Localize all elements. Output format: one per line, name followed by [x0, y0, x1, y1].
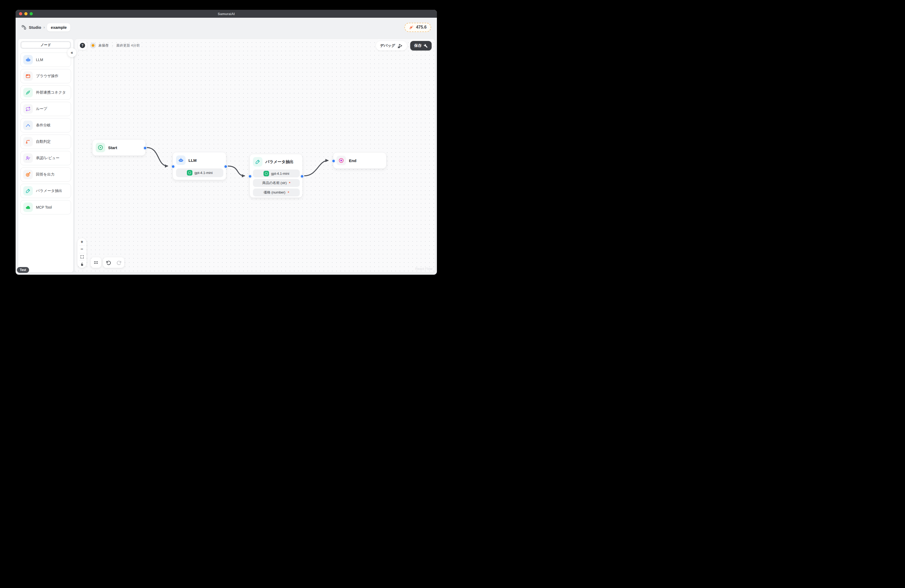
- breadcrumb-separator: ›: [44, 25, 45, 29]
- lock-button[interactable]: [78, 261, 86, 268]
- zoom-out-button[interactable]: −: [78, 246, 86, 253]
- palette-item-label: 承認/レビュー: [36, 156, 59, 161]
- palette-item-param-extract[interactable]: パラメータ抽出: [21, 184, 71, 198]
- titlebar: SamuraiAI: [16, 10, 437, 18]
- palette-item-label: ループ: [36, 106, 47, 111]
- palette-item-label: 条件分岐: [36, 123, 51, 128]
- last-updated: 最終更新 4分前: [116, 43, 140, 48]
- collapse-sidebar-button[interactable]: «: [67, 48, 76, 57]
- debug-button[interactable]: デバッグ: [376, 41, 407, 51]
- openai-icon: [187, 170, 192, 176]
- bug-play-icon: [397, 43, 403, 49]
- palette-item-label: ブラウザ操作: [36, 74, 59, 78]
- node-param-title: パラメータ抽出: [265, 159, 294, 164]
- param-field-pill: 価格 (number)*: [253, 189, 300, 196]
- fit-view-button[interactable]: [78, 253, 86, 260]
- palette-item-auto-judge[interactable]: 自動判定: [21, 135, 71, 149]
- save-statusbar: 未保存 ・ 最終更新 4分前: [90, 43, 140, 48]
- user-check-icon: [23, 153, 33, 163]
- robot-icon: [23, 55, 33, 65]
- node-start-label: Start: [108, 145, 117, 150]
- sparkles-icon: [409, 25, 414, 30]
- grid-snap-button[interactable]: [90, 257, 101, 268]
- robot-icon: [176, 156, 186, 165]
- browser-icon: [23, 72, 33, 81]
- palette-item-loop[interactable]: ループ: [21, 102, 71, 116]
- param-field-label: 価格 (number): [264, 190, 285, 195]
- zoom-in-button[interactable]: +: [78, 238, 86, 245]
- breadcrumb-studio[interactable]: Studio: [29, 25, 41, 30]
- palette-item-label: 自動判定: [36, 139, 51, 144]
- window-title: SamuraiAI: [16, 12, 437, 16]
- handle-end-target[interactable]: [332, 159, 335, 163]
- workflow-icon: [21, 25, 27, 30]
- handle-llm-target[interactable]: [171, 165, 175, 168]
- grid-dots-icon: [94, 260, 98, 265]
- required-mark: *: [289, 181, 290, 185]
- cloud-icon: [23, 202, 33, 212]
- app-header: Studio › example 475.6: [16, 18, 437, 37]
- flow-canvas[interactable]: ? 未保存 ・ 最終更新 4分前 デバッグ: [75, 38, 435, 273]
- zoom-toolbar: + −: [78, 238, 86, 268]
- handle-param-source[interactable]: [300, 175, 304, 178]
- node-llm-title: LLM: [189, 158, 197, 163]
- sidebar-tab-track: ノード: [21, 41, 71, 49]
- node-start[interactable]: Start: [92, 139, 146, 156]
- node-end[interactable]: End: [333, 152, 386, 169]
- branch-icon: [23, 121, 33, 130]
- node-end-label: End: [349, 158, 356, 163]
- llm-model-name: gpt-4.1-mini: [195, 171, 213, 175]
- wrench-icon: [424, 44, 428, 48]
- app-window: SamuraiAI Studio › example: [16, 10, 437, 275]
- palette-item-label: LLM: [36, 58, 43, 62]
- help-button[interactable]: ?: [78, 41, 87, 50]
- param-field-label: 商品の名前 (str): [262, 181, 286, 185]
- status-avatar: [90, 43, 96, 48]
- node-llm[interactable]: LLM gpt-4.1-mini: [173, 152, 226, 180]
- edge-llm-param: [228, 166, 245, 176]
- pen-icon: [23, 186, 33, 195]
- param-field-pill: 商品の名前 (str)*: [253, 179, 300, 187]
- save-button[interactable]: 保存: [410, 41, 432, 51]
- node-param-extract[interactable]: パラメータ抽出 gpt-4.1-mini: [249, 154, 303, 198]
- palette-item-approval[interactable]: 承認/レビュー: [21, 151, 71, 165]
- loop-icon: [23, 104, 33, 114]
- handle-start-source[interactable]: [143, 146, 147, 150]
- decision-icon: [23, 137, 33, 146]
- palette-item-browser[interactable]: ブラウザ操作: [21, 69, 71, 83]
- llm-model-pill: gpt-4.1-mini: [176, 168, 223, 177]
- palette-item-label: 外部連携コネクタ: [36, 90, 66, 95]
- edge-start-llm: [147, 148, 168, 166]
- palette-item-llm[interactable]: LLM: [21, 52, 71, 67]
- pen-icon: [253, 157, 262, 167]
- target-icon: [23, 170, 33, 179]
- required-mark: *: [288, 191, 289, 195]
- plug-icon: [23, 88, 33, 97]
- sidebar-tab-nodes[interactable]: ノード: [21, 42, 70, 48]
- react-flow-watermark: React Flow: [415, 267, 432, 271]
- status-dot-icon: [92, 44, 94, 47]
- palette-item-output-answer[interactable]: 回答を出力: [21, 167, 71, 182]
- canvas-actions: デバッグ 保存: [376, 41, 432, 51]
- palette-item-connector[interactable]: 外部連携コネクタ: [21, 86, 71, 100]
- undo-button[interactable]: [103, 257, 114, 268]
- param-model-pill: gpt-4.1-mini: [253, 170, 300, 177]
- credits-value: 475.6: [416, 25, 427, 30]
- breadcrumb-current-workflow[interactable]: example: [47, 23, 70, 32]
- node-palette-sidebar: ノード LLM ブ: [18, 38, 73, 273]
- palette-item-label: MCP Tool: [36, 205, 52, 210]
- edge-param-end: [304, 161, 328, 176]
- test-badge: Test: [17, 267, 29, 273]
- status-separator: ・: [111, 44, 114, 48]
- palette-item-label: パラメータ抽出: [36, 189, 62, 193]
- palette-item-mcp-tool[interactable]: MCP Tool: [21, 200, 71, 215]
- openai-icon: [264, 171, 269, 176]
- save-status: 未保存: [98, 43, 109, 48]
- credits-badge[interactable]: 475.6: [404, 23, 431, 32]
- palette-item-condition[interactable]: 条件分岐: [21, 118, 71, 132]
- history-toolbar: [103, 257, 124, 268]
- save-button-label: 保存: [414, 43, 422, 48]
- handle-param-target[interactable]: [248, 175, 252, 178]
- handle-llm-source[interactable]: [224, 165, 227, 168]
- redo-button[interactable]: [114, 257, 124, 268]
